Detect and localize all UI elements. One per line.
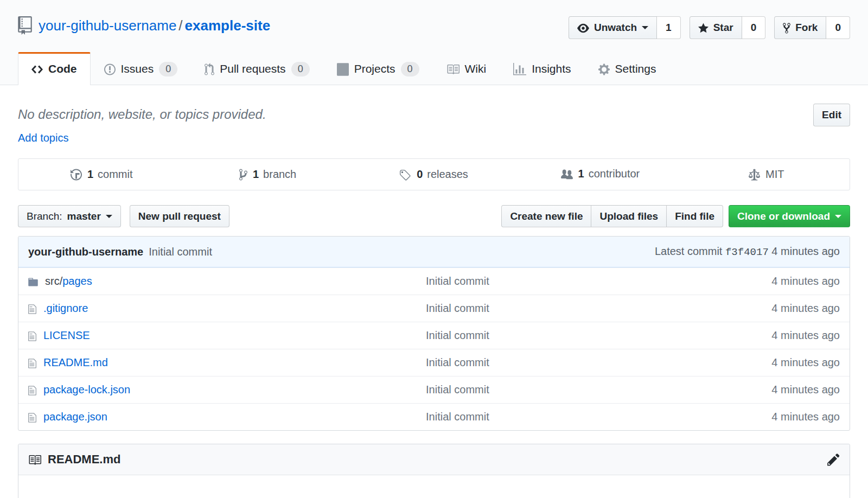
find-file-button[interactable]: Find file: [666, 205, 723, 228]
file-age: 4 minutes ago: [771, 384, 840, 396]
stat-releases: 0 releases: [351, 168, 517, 181]
latest-commit-meta: Latest commit f3f4017 4 minutes ago: [655, 245, 840, 258]
contributor-count: 1: [578, 168, 584, 180]
tab-projects-label: Projects: [354, 62, 395, 75]
new-pull-request-button[interactable]: New pull request: [130, 205, 229, 228]
tab-wiki[interactable]: Wiki: [433, 52, 500, 86]
file-age: 4 minutes ago: [771, 329, 840, 342]
stat-contributors: 1 contributor: [517, 168, 683, 181]
file-commit-message-link[interactable]: Initial commit: [426, 384, 489, 395]
branch-name: master: [67, 209, 100, 224]
file-age: 4 minutes ago: [771, 411, 840, 423]
repo-icon: [18, 16, 32, 35]
commits-link[interactable]: 1 commit: [71, 168, 133, 181]
license-label: MIT: [765, 168, 784, 181]
star-label: Star: [713, 21, 733, 35]
stat-license: MIT: [684, 168, 850, 181]
file-commit-message-link[interactable]: Initial commit: [426, 275, 489, 287]
chevron-down-icon: [106, 215, 112, 221]
file-name-cell: package.json: [28, 411, 426, 423]
file-navigation: Branch: master New pull request Create n…: [18, 205, 850, 228]
tab-projects[interactable]: Projects 0: [323, 52, 433, 86]
github-repo-page: your-github-username/example-site Unwatc…: [0, 0, 868, 498]
tab-code[interactable]: Code: [18, 52, 91, 86]
pull-requests-count-badge: 0: [291, 62, 310, 77]
clone-or-download-button[interactable]: Clone or download: [729, 205, 850, 228]
file-age: 4 minutes ago: [771, 356, 840, 369]
branch-label: branch: [263, 168, 296, 181]
tab-insights[interactable]: Insights: [500, 52, 584, 86]
code-icon: [31, 62, 43, 76]
file-link[interactable]: .gitignore: [43, 302, 88, 314]
edit-description-button[interactable]: Edit: [813, 104, 850, 126]
tab-insights-label: Insights: [532, 62, 571, 75]
branch-select-button[interactable]: Branch: master: [18, 205, 121, 228]
history-icon: [71, 168, 83, 181]
chevron-down-icon: [642, 26, 648, 33]
release-label: releases: [427, 168, 468, 181]
file-commit-message-cell: Initial commit: [426, 411, 771, 423]
readme-body: [18, 475, 850, 498]
tab-settings[interactable]: Settings: [585, 52, 670, 86]
branches-link[interactable]: 1 branch: [239, 168, 296, 181]
license-link[interactable]: MIT: [749, 168, 784, 181]
table-row: src/pages Initial commit 4 minutes ago: [18, 267, 850, 295]
files-table: your-github-username Initial commit Late…: [18, 236, 850, 431]
file-link[interactable]: package.json: [43, 411, 107, 423]
stat-commits: 1 commit: [18, 168, 184, 181]
file-commit-message-link[interactable]: Initial commit: [426, 302, 489, 314]
releases-link[interactable]: 0 releases: [400, 168, 468, 181]
repo-owner-link[interactable]: your-github-username: [39, 17, 176, 34]
branch-prefix: Branch:: [27, 209, 62, 224]
fork-button[interactable]: Fork: [774, 16, 826, 39]
fork-label: Fork: [795, 21, 818, 35]
contributors-link[interactable]: 1 contributor: [561, 168, 640, 181]
file-commit-message-cell: Initial commit: [426, 329, 771, 342]
tab-issues[interactable]: Issues 0: [91, 52, 192, 86]
unwatch-button[interactable]: Unwatch: [569, 16, 657, 39]
description-row: No description, website, or topics provi…: [18, 104, 850, 126]
release-count: 0: [417, 168, 423, 181]
file-commit-message-link[interactable]: Initial commit: [426, 356, 489, 368]
table-row: package.json Initial commit 4 minutes ag…: [18, 403, 850, 430]
star-group: Star 0: [690, 16, 766, 39]
gear-icon: [598, 62, 610, 76]
tab-issues-label: Issues: [121, 62, 154, 75]
upload-files-button[interactable]: Upload files: [591, 205, 667, 228]
file-commit-message-link[interactable]: Initial commit: [426, 329, 489, 341]
file-link[interactable]: README.md: [43, 356, 108, 368]
readme-section: README.md: [18, 444, 850, 498]
file-link[interactable]: package-lock.json: [43, 384, 130, 395]
commit-sha-link[interactable]: f3f4017: [725, 246, 769, 258]
repo-breadcrumb: your-github-username/example-site: [18, 16, 270, 35]
latest-commit-bar: your-github-username Initial commit Late…: [18, 237, 850, 267]
forks-count[interactable]: 0: [826, 16, 850, 39]
commit-message-link[interactable]: Initial commit: [149, 246, 212, 258]
tab-pull-requests-label: Pull requests: [220, 62, 285, 75]
file-name-cell: package-lock.json: [28, 384, 426, 396]
latest-commit-label: Latest commit: [655, 245, 722, 257]
file-name-cell: src/pages: [28, 275, 426, 288]
star-button[interactable]: Star: [690, 16, 742, 39]
file-link[interactable]: LICENSE: [43, 329, 90, 341]
create-new-file-button[interactable]: Create new file: [501, 205, 591, 228]
file-commit-message-link[interactable]: Initial commit: [426, 411, 489, 423]
file-commit-message-cell: Initial commit: [426, 356, 771, 369]
clone-label: Clone or download: [737, 209, 830, 224]
repo-name-link[interactable]: example-site: [185, 17, 271, 34]
branch-count: 1: [253, 168, 259, 181]
project-icon: [337, 62, 349, 76]
commit-author[interactable]: your-github-username: [28, 246, 143, 258]
watchers-count[interactable]: 1: [657, 16, 681, 39]
edit-readme-pencil-icon[interactable]: [827, 452, 840, 467]
file-age: 4 minutes ago: [771, 302, 840, 315]
repo-main: No description, website, or topics provi…: [0, 104, 868, 498]
folder-link[interactable]: pages: [62, 275, 92, 287]
file-age: 4 minutes ago: [771, 275, 840, 288]
add-topics-link[interactable]: Add topics: [18, 132, 68, 144]
projects-count-badge: 0: [401, 62, 419, 77]
tab-pull-requests[interactable]: Pull requests 0: [191, 52, 323, 86]
stargazers-count[interactable]: 0: [742, 16, 766, 39]
repo-tabs: Code Issues 0 Pull requests 0 Projects 0…: [18, 52, 850, 86]
folder-path-prefix[interactable]: src/: [45, 275, 62, 287]
